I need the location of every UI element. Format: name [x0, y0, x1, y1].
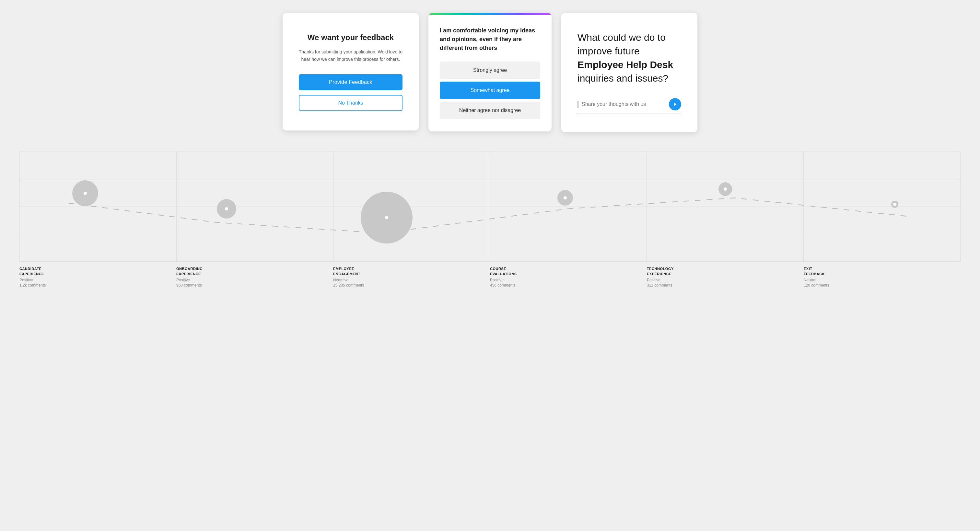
bubble-1	[217, 199, 236, 219]
category-name: EMPLOYEEENGAGEMENT	[333, 266, 490, 276]
bubble-2	[361, 192, 412, 244]
no-thanks-button[interactable]: No Thanks	[299, 95, 402, 111]
provide-feedback-button[interactable]: Provide Feedback	[299, 74, 402, 90]
category-sentiment: Positive	[176, 278, 333, 282]
feedback-text-input[interactable]	[582, 101, 666, 107]
bubble-center-dot	[563, 196, 567, 200]
category-sentiment: Positive	[19, 278, 176, 282]
send-button[interactable]	[669, 98, 681, 110]
card3-title: What could we do to improve future Emplo…	[578, 31, 681, 85]
category-comments: 456 comments	[490, 283, 647, 287]
bubble-3	[557, 190, 573, 206]
card3-title-plain: What could we do to improve future	[578, 32, 666, 56]
category-sentiment: Positive	[490, 278, 647, 282]
category-comments: 1.2k comments	[19, 283, 176, 287]
bubble-4	[719, 182, 732, 196]
category-comments: 960 comments	[176, 283, 333, 287]
chart-section: CANDIDATEEXPERIENCEPositive1.2k comments…	[0, 152, 980, 287]
category-name: TECHNOLOGYEXPERIENCE	[647, 266, 804, 276]
survey-option-neither[interactable]: Neither agree nor disagree	[440, 101, 540, 119]
category-comments: 311 comments	[647, 283, 804, 287]
survey-question: I am comfortable voicing my ideas and op…	[440, 26, 540, 52]
category-name: EXITFEEDBACK	[804, 266, 961, 276]
category-sentiment: Negative	[333, 278, 490, 282]
bubble-center-dot	[893, 203, 896, 206]
bubble-5	[891, 201, 898, 208]
feedback-request-card: We want your feedback Thanks for submitt…	[283, 13, 419, 130]
category-name: ONBOARDINGEXPERIENCE	[176, 266, 333, 276]
page-container: We want your feedback Thanks for submitt…	[0, 0, 980, 531]
text-input-wrapper	[578, 98, 681, 114]
category-name: CANDIDATEEXPERIENCE	[19, 266, 176, 276]
survey-card: I am comfortable voicing my ideas and op…	[428, 13, 552, 132]
bubble-0	[72, 180, 98, 206]
category-item-4: TECHNOLOGYEXPERIENCEPositive311 comments	[647, 266, 804, 287]
send-icon	[673, 101, 678, 107]
cards-section: We want your feedback Thanks for submitt…	[0, 0, 980, 132]
bubble-center-dot	[385, 216, 388, 219]
category-item-5: EXITFEEDBACKNeutral120 comments	[804, 266, 961, 287]
card3-title-bold: Employee Help Desk	[578, 59, 673, 70]
survey-option-strongly-agree[interactable]: Strongly agree	[440, 62, 540, 79]
category-comments: 120 comments	[804, 283, 961, 287]
text-feedback-card: What could we do to improve future Emplo…	[561, 13, 697, 132]
category-comments: 15,285 comments	[333, 283, 490, 287]
category-item-2: EMPLOYEEENGAGEMENTNegative15,285 comment…	[333, 266, 490, 287]
survey-option-somewhat-agree[interactable]: Somewhat agree	[440, 82, 540, 99]
category-sentiment: Neutral	[804, 278, 961, 282]
survey-card-content: I am comfortable voicing my ideas and op…	[428, 15, 552, 132]
card3-title-end: inquiries and issues?	[578, 73, 668, 84]
bubble-center-dot	[84, 192, 87, 195]
bubble-center-dot	[225, 207, 228, 211]
bubbles-container	[19, 152, 961, 262]
categories-row: CANDIDATEEXPERIENCEPositive1.2k comments…	[19, 266, 961, 287]
card1-title: We want your feedback	[299, 32, 402, 43]
category-item-1: ONBOARDINGEXPERIENCEPositive960 comments	[176, 266, 333, 287]
category-sentiment: Positive	[647, 278, 804, 282]
category-item-0: CANDIDATEEXPERIENCEPositive1.2k comments	[19, 266, 176, 287]
category-item-3: COURSEEVALUATIONSPositive456 comments	[490, 266, 647, 287]
category-name: COURSEEVALUATIONS	[490, 266, 647, 276]
bubble-center-dot	[724, 187, 727, 191]
input-cursor-bar	[578, 101, 579, 108]
card1-subtitle: Thanks for submitting your application. …	[299, 48, 402, 63]
